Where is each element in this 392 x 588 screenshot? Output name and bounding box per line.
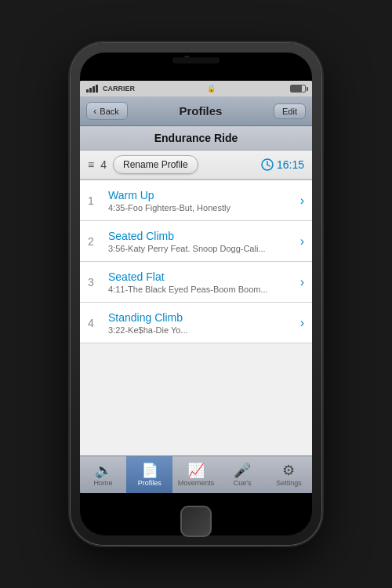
nav-title: Profiles	[179, 104, 222, 118]
bar2	[89, 88, 92, 93]
stats-bar: ≡ 4 Rename Profile 16:15	[80, 151, 312, 180]
back-label: Back	[100, 107, 118, 116]
profiles-tab-label: Profiles	[138, 479, 162, 487]
home-tab-label: Home	[94, 479, 113, 487]
battery-icon	[290, 85, 306, 93]
track-num-1: 1	[88, 194, 103, 207]
home-button[interactable]	[180, 506, 212, 537]
track-info-1: Warm Up 4:35-Foo Fighters-But, Honestly	[103, 189, 296, 212]
track-info-3: Seated Flat 4:11-The Black Eyed Peas-Boo…	[103, 270, 296, 294]
track-list: 1 Warm Up 4:35-Foo Fighters-But, Honestl…	[80, 180, 312, 456]
track-num-3: 3	[88, 276, 103, 289]
track-detail-2: 3:56-Katy Perry Feat. Snoop Dogg-Cali...	[108, 244, 296, 253]
time-display: 16:15	[261, 158, 304, 171]
list-icon: ≡	[88, 158, 94, 171]
track-detail-3: 4:11-The Black Eyed Peas-Boom Boom...	[108, 285, 296, 294]
clock-icon	[261, 158, 274, 171]
bar1	[86, 89, 89, 93]
profile-title: Endurance Ride	[154, 132, 238, 144]
settings-tab-label: Settings	[276, 479, 302, 487]
cues-tab-icon: 🎤	[234, 463, 251, 477]
tab-bar: 🔊 Home 📄 Profiles 📈 Movements 🎤 Cue's ⚙	[80, 456, 312, 493]
tab-cues[interactable]: 🎤 Cue's	[220, 456, 266, 493]
movements-tab-label: Movements	[178, 479, 215, 487]
track-name-2: Seated Climb	[108, 230, 296, 242]
bar4	[96, 85, 98, 93]
signal-bars	[86, 85, 98, 93]
status-bar: CARRIER 🔒	[80, 81, 312, 96]
back-arrow-icon: ‹	[93, 105, 96, 117]
app-screen: CARRIER 🔒 ‹ Back Profiles Edit	[80, 81, 312, 493]
chevron-icon-3: ›	[300, 275, 304, 289]
settings-tab-icon: ⚙	[282, 463, 295, 477]
phone-frame: CARRIER 🔒 ‹ Back Profiles Edit	[71, 43, 321, 545]
battery-fill	[291, 85, 302, 92]
track-item-3[interactable]: 3 Seated Flat 4:11-The Black Eyed Peas-B…	[80, 262, 312, 303]
tab-home[interactable]: 🔊 Home	[80, 456, 126, 493]
track-num-2: 2	[88, 235, 103, 248]
movements-tab-icon: 📈	[187, 463, 205, 477]
track-count: 4	[100, 158, 107, 171]
phone-screen: CARRIER 🔒 ‹ Back Profiles Edit	[80, 53, 312, 535]
track-info-4: Standing Climb 3:22-Ke$ha-Die Yo...	[103, 311, 296, 335]
edit-button[interactable]: Edit	[274, 103, 306, 119]
track-name-3: Seated Flat	[108, 270, 296, 283]
cues-tab-label: Cue's	[234, 479, 252, 487]
track-name-4: Standing Climb	[108, 311, 296, 324]
status-left: CARRIER	[86, 85, 135, 93]
lock-icon: 🔒	[207, 85, 216, 93]
track-info-2: Seated Climb 3:56-Katy Perry Feat. Snoop…	[103, 230, 296, 253]
tab-settings[interactable]: ⚙ Settings	[266, 456, 312, 493]
bar3	[93, 86, 95, 93]
track-item-4[interactable]: 4 Standing Climb 3:22-Ke$ha-Die Yo... ›	[80, 303, 312, 343]
track-detail-4: 3:22-Ke$ha-Die Yo...	[108, 325, 296, 335]
home-tab-icon: 🔊	[95, 463, 112, 477]
phone-speaker	[172, 57, 220, 64]
track-item-2[interactable]: 2 Seated Climb 3:56-Katy Perry Feat. Sno…	[80, 221, 312, 262]
track-name-1: Warm Up	[108, 189, 296, 201]
track-num-4: 4	[88, 317, 103, 329]
track-detail-1: 4:35-Foo Fighters-But, Honestly	[108, 203, 296, 212]
chevron-icon-4: ›	[300, 316, 304, 330]
battery-area	[288, 85, 306, 93]
carrier-label: CARRIER	[103, 85, 135, 93]
profile-title-bar: Endurance Ride	[80, 126, 312, 151]
rename-profile-button[interactable]: Rename Profile	[113, 155, 198, 174]
profiles-tab-icon: 📄	[141, 463, 158, 477]
tab-movements[interactable]: 📈 Movements	[172, 456, 219, 493]
track-item-1[interactable]: 1 Warm Up 4:35-Foo Fighters-But, Honestl…	[80, 180, 312, 221]
back-button[interactable]: ‹ Back	[86, 102, 128, 120]
svg-line-2	[267, 165, 270, 166]
duration-time: 16:15	[277, 158, 304, 171]
tab-profiles[interactable]: 📄 Profiles	[126, 456, 172, 493]
chevron-icon-2: ›	[300, 234, 304, 249]
chevron-icon-1: ›	[300, 194, 304, 208]
nav-bar: ‹ Back Profiles Edit	[80, 96, 312, 126]
